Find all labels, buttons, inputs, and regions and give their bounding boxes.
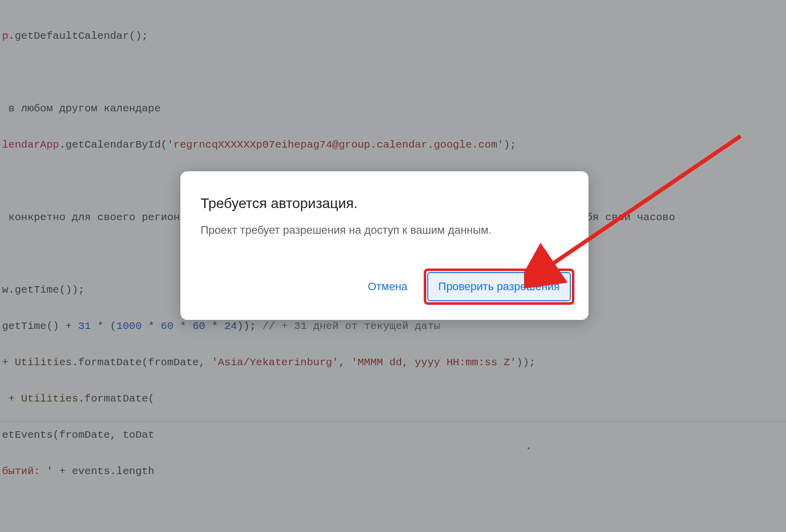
authorization-dialog: Требуется авторизация. Проект требует ра… (180, 171, 588, 320)
review-permissions-button[interactable]: Проверить разрешения (427, 272, 571, 301)
dialog-actions: Отмена Проверить разрешения (359, 269, 574, 305)
annotation-highlight-box: Проверить разрешения (424, 269, 574, 305)
dialog-body: Проект требует разрешения на доступ к ва… (201, 224, 568, 237)
cancel-button[interactable]: Отмена (359, 274, 417, 299)
dialog-title: Требуется авторизация. (201, 195, 568, 212)
